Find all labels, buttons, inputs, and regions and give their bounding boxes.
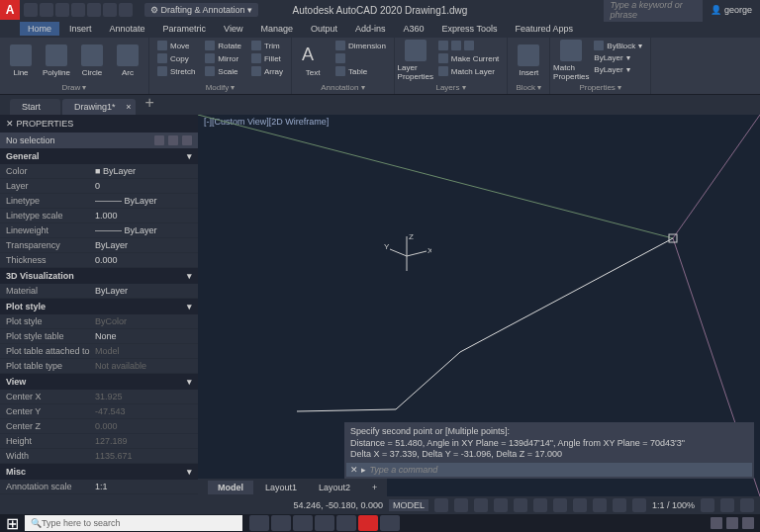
section-misc[interactable]: Misc▾ — [0, 464, 198, 480]
scale-readout[interactable]: 1:1 / 100% — [652, 500, 695, 510]
make-current-button[interactable]: Make Current — [434, 52, 503, 64]
coordinates-readout[interactable]: 54.246, -50.180, 0.000 — [293, 500, 383, 510]
section-general[interactable]: General▾ — [0, 148, 198, 164]
dynamic-ucs-toggle[interactable] — [613, 498, 626, 512]
tray-volume-icon[interactable] — [742, 517, 754, 529]
drawing-canvas[interactable]: [-][Custom View][2D Wireframe] X Y Z Spe… — [198, 115, 760, 496]
prop-value-material[interactable]: ByLayer — [95, 286, 192, 296]
move-button[interactable]: Move — [153, 40, 199, 51]
layer-properties-button[interactable]: Layer Properties — [399, 40, 432, 81]
new-tab-button[interactable]: + — [138, 91, 162, 115]
snap-toggle[interactable] — [454, 498, 468, 512]
qat-undo-icon[interactable] — [103, 3, 117, 17]
help-search-input[interactable]: Type a keyword or phrase — [604, 0, 703, 22]
workspace-switcher[interactable]: ⚙ Drafting & Annotation ▾ — [144, 3, 258, 17]
grid-toggle[interactable] — [434, 498, 448, 512]
annotation-scale-toggle[interactable] — [632, 498, 646, 512]
ortho-toggle[interactable] — [474, 498, 488, 512]
section-view[interactable]: View▾ — [0, 374, 198, 390]
rotate-button[interactable]: Rotate — [201, 40, 245, 51]
transparency-toggle[interactable] — [573, 498, 587, 512]
section-plot-style[interactable]: Plot style▾ — [0, 299, 198, 314]
prop-value-linetype[interactable]: ——— ByLayer — [95, 196, 192, 206]
command-input[interactable]: ✕ ▸Type a command — [346, 463, 752, 477]
prop-value-transparency[interactable]: ByLayer — [95, 240, 192, 250]
add-layout-button[interactable]: + — [362, 481, 387, 494]
selection-cycling-toggle[interactable] — [593, 498, 607, 512]
tab-annotate[interactable]: Annotate — [102, 22, 153, 36]
prop-value-anno[interactable]: 1:1 — [95, 482, 192, 491]
insert-button[interactable]: Insert — [512, 40, 545, 81]
copy-button[interactable]: Copy — [153, 52, 199, 64]
selection-dropdown[interactable]: No selection — [0, 133, 198, 148]
layout2-tab[interactable]: Layout2 — [309, 481, 360, 494]
tab-addins[interactable]: Add-ins — [347, 22, 394, 36]
prop-value-ltscale[interactable]: 1.000 — [95, 211, 192, 221]
tray-chevron-icon[interactable] — [711, 517, 722, 529]
obs-icon[interactable] — [336, 515, 356, 531]
quick-select-icon[interactable] — [154, 135, 164, 145]
trim-button[interactable]: Trim — [247, 40, 287, 51]
prop-value-layer[interactable]: 0 — [95, 181, 192, 191]
app-logo[interactable]: A — [0, 0, 20, 20]
model-space-toggle[interactable]: MODEL — [389, 499, 428, 511]
tab-home[interactable]: Home — [20, 22, 59, 36]
qat-open-icon[interactable] — [40, 3, 53, 17]
tab-featured-apps[interactable]: Featured Apps — [507, 22, 581, 36]
layout1-tab[interactable]: Layout1 — [255, 481, 307, 494]
model-tab[interactable]: Model — [208, 481, 253, 494]
section-3d-visualization[interactable]: 3D Visualization▾ — [0, 268, 198, 284]
edge-icon[interactable] — [293, 515, 313, 531]
qat-saveas-icon[interactable] — [71, 3, 85, 17]
drawing-tab[interactable]: Drawing1*× — [62, 99, 136, 115]
task-view-icon[interactable] — [271, 515, 291, 531]
lineweight-dropdown[interactable]: ByLayer ▾ — [590, 52, 646, 63]
tab-parametric[interactable]: Parametric — [155, 22, 215, 36]
layer-state-icons[interactable] — [434, 40, 503, 51]
array-button[interactable]: Array — [247, 65, 287, 77]
fillet-button[interactable]: Fillet — [247, 52, 287, 64]
circle-button[interactable]: Circle — [75, 40, 109, 81]
close-icon[interactable]: × — [126, 102, 131, 112]
tab-view[interactable]: View — [216, 22, 250, 36]
lineweight-toggle[interactable] — [553, 498, 567, 512]
command-window[interactable]: Specify second point or [Multiple points… — [344, 422, 754, 479]
color-dropdown[interactable]: ByBlock ▾ — [590, 40, 646, 51]
windows-search-input[interactable]: 🔍 Type here to search — [25, 515, 242, 531]
workspace-switching-icon[interactable] — [701, 498, 714, 512]
explorer-icon[interactable] — [315, 515, 334, 531]
start-button[interactable]: ⊞ — [0, 514, 24, 532]
arc-button[interactable]: Arc — [111, 40, 144, 81]
tab-express-tools[interactable]: Express Tools — [434, 22, 506, 36]
prop-value-thickness[interactable]: 0.000 — [95, 255, 192, 265]
table-button[interactable]: Table — [332, 65, 390, 77]
otrack-toggle[interactable] — [533, 498, 547, 512]
cortana-icon[interactable] — [249, 515, 269, 531]
osnap-toggle[interactable] — [514, 498, 527, 512]
text-button[interactable]: AText — [296, 40, 330, 81]
select-objects-icon[interactable] — [168, 135, 178, 145]
match-properties-button[interactable]: Match Properties — [554, 40, 588, 81]
scale-button[interactable]: Scale — [201, 65, 245, 77]
autocad-icon[interactable] — [358, 515, 378, 531]
linetype-dropdown[interactable]: ByLayer ▾ — [590, 64, 646, 75]
match-layer-button[interactable]: Match Layer — [434, 65, 503, 77]
leader-button[interactable] — [332, 52, 390, 64]
tray-network-icon[interactable] — [726, 517, 738, 529]
line-button[interactable]: Line — [4, 40, 38, 81]
start-tab[interactable]: Start — [10, 99, 60, 115]
qat-redo-icon[interactable] — [119, 3, 133, 17]
pickadd-icon[interactable] — [182, 135, 192, 145]
customization-icon[interactable] — [740, 498, 754, 512]
polar-toggle[interactable] — [494, 498, 508, 512]
tab-insert[interactable]: Insert — [61, 22, 100, 36]
stretch-button[interactable]: Stretch — [153, 65, 199, 77]
mirror-button[interactable]: Mirror — [201, 52, 245, 64]
prop-value-color[interactable]: ■ ByLayer — [95, 166, 192, 176]
tab-manage[interactable]: Manage — [252, 22, 301, 36]
tab-a360[interactable]: A360 — [396, 22, 432, 36]
qat-new-icon[interactable] — [24, 3, 38, 17]
chrome-icon[interactable] — [380, 515, 400, 531]
user-account[interactable]: 👤 george — [711, 5, 752, 15]
prop-value-lineweight[interactable]: ——— ByLayer — [95, 225, 192, 235]
